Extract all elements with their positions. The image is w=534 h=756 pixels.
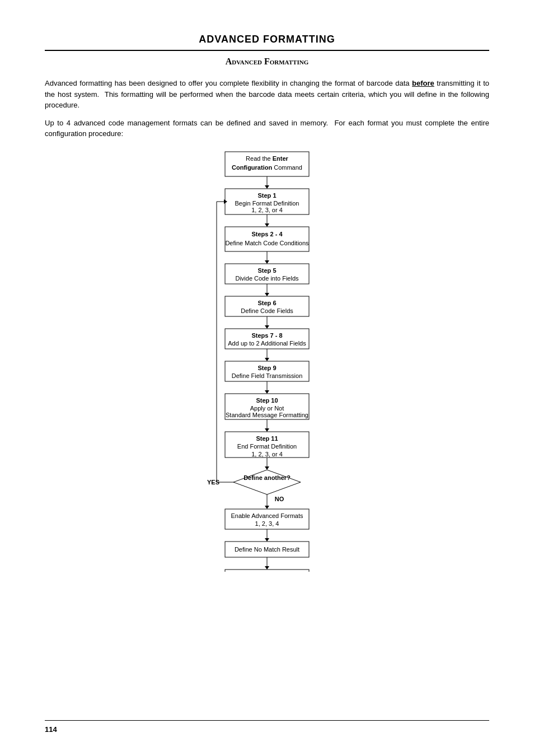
svg-text:NO: NO (275, 496, 284, 502)
page-footer: 114 (45, 720, 489, 734)
svg-text:Add up to 2 Additional Fields: Add up to 2 Additional Fields (228, 340, 306, 347)
page-header: ADVANCED FORMATTING (45, 34, 489, 45)
svg-text:Steps 7 - 8: Steps 7 - 8 (251, 332, 282, 339)
svg-marker-49 (265, 466, 269, 470)
svg-text:Step 6: Step 6 (257, 300, 276, 306)
svg-text:1, 2, 3, 4: 1, 2, 3, 4 (255, 520, 279, 527)
svg-text:Divide Code into Fields: Divide Code into Fields (235, 275, 299, 282)
header-divider (45, 50, 489, 51)
svg-text:Step 5: Step 5 (257, 267, 276, 274)
footer-divider (45, 720, 489, 721)
svg-text:Define Code Fields: Define Code Fields (241, 307, 293, 314)
bold-before: before (412, 79, 434, 87)
svg-text:Configuration Command: Configuration Command (232, 164, 302, 171)
svg-text:Step 11: Step 11 (256, 435, 278, 442)
svg-marker-50 (233, 470, 301, 494)
page-title: ADVANCED FORMATTING (45, 34, 489, 45)
flowchart: Read the Enter Configuration Command Ste… (45, 146, 489, 572)
svg-marker-4 (265, 185, 269, 189)
svg-marker-43 (265, 428, 269, 432)
svg-marker-12 (265, 223, 269, 227)
svg-text:Apply or Not: Apply or Not (250, 405, 284, 412)
svg-marker-37 (265, 390, 269, 394)
page-number: 114 (45, 725, 57, 734)
svg-text:Begin Format Definition: Begin Format Definition (235, 200, 299, 207)
svg-rect-69 (225, 570, 309, 572)
svg-text:Step 9: Step 9 (257, 365, 276, 371)
svg-marker-32 (265, 358, 269, 361)
svg-text:Step 10: Step 10 (256, 397, 278, 404)
svg-text:Define Field Transmission: Define Field Transmission (232, 372, 303, 379)
svg-text:Enable Advanced Formats: Enable Advanced Formats (231, 512, 303, 519)
paragraph-2: Up to 4 advanced code management formats… (45, 118, 489, 139)
svg-marker-59 (265, 506, 269, 509)
svg-text:Define Match Code Conditions: Define Match Code Conditions (225, 240, 309, 246)
svg-text:1, 2, 3, or 4: 1, 2, 3, or 4 (251, 207, 283, 213)
svg-text:1, 2, 3, or 4: 1, 2, 3, or 4 (251, 451, 283, 458)
svg-text:Define another?: Define another? (243, 474, 291, 481)
svg-marker-68 (265, 566, 269, 570)
svg-text:Standard Message Formatting: Standard Message Formatting (226, 412, 308, 418)
svg-marker-17 (265, 260, 269, 264)
svg-text:Define No Match Result: Define No Match Result (235, 546, 299, 553)
section-title: Advanced Formatting (45, 57, 489, 67)
svg-text:Steps 2 - 4: Steps 2 - 4 (251, 231, 283, 237)
section-title-text: Advanced Formatting (226, 57, 308, 66)
svg-text:End Format Definition: End Format Definition (237, 443, 297, 450)
svg-marker-22 (265, 293, 269, 296)
svg-text:Read the Enter: Read the Enter (246, 155, 289, 162)
svg-marker-27 (265, 325, 269, 329)
page: ADVANCED FORMATTING Advanced Formatting … (0, 0, 534, 756)
flowchart-svg: Read the Enter Configuration Command Ste… (161, 146, 373, 572)
paragraph-1: Advanced formatting has been designed to… (45, 78, 489, 111)
svg-marker-64 (265, 538, 269, 542)
svg-text:Step 1: Step 1 (257, 192, 276, 199)
